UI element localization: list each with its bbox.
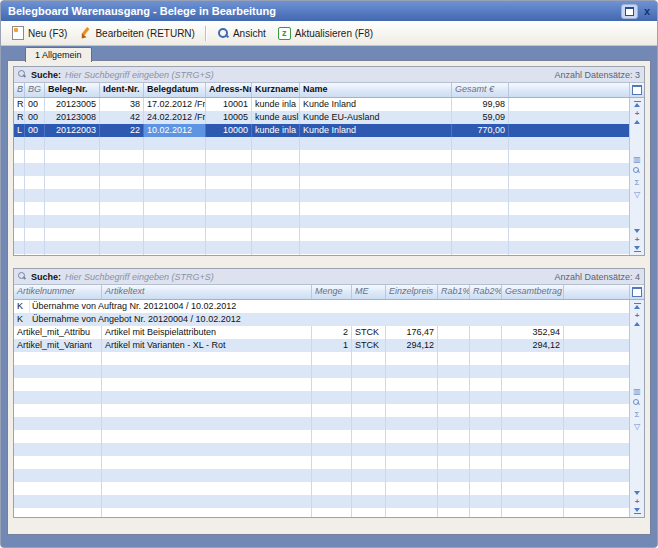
app-window: Belegboard Warenausgang - Belege in Bear… bbox=[0, 0, 658, 548]
cell: 38 bbox=[100, 98, 144, 111]
scroll-pan-icon[interactable]: + bbox=[635, 110, 640, 117]
cell: 00 bbox=[25, 98, 45, 111]
toolbar: Neu (F3) Bearbeiten (RETURN) Ansicht z A… bbox=[1, 21, 657, 46]
scroll-pan-icon[interactable]: + bbox=[635, 236, 640, 243]
empty-row bbox=[14, 508, 629, 517]
close-button[interactable]: x bbox=[644, 5, 650, 18]
table-row[interactable]: R 00 20123008 42 24.02.2012 /Fr 10005 ku… bbox=[14, 111, 629, 124]
cell: 1 bbox=[312, 339, 352, 352]
comment-text: Übernahme von Auftrag Nr. 20121004 / 10.… bbox=[30, 300, 629, 313]
cell: 17.02.2012 /Fr bbox=[144, 98, 206, 111]
empty-row bbox=[14, 215, 629, 228]
columns-icon[interactable]: ▥ bbox=[633, 155, 641, 164]
column-header[interactable]: Artikelnummer bbox=[14, 285, 102, 299]
column-chooser-button[interactable] bbox=[629, 83, 644, 97]
column-header[interactable]: Rab1% bbox=[438, 285, 470, 299]
new-button[interactable]: Neu (F3) bbox=[6, 24, 73, 42]
beleg-scroll-strip: + ▥ Σ ▽ + bbox=[629, 98, 644, 255]
column-header[interactable]: BG bbox=[25, 83, 45, 97]
positionen-search-bar: Suche: Anzahl Datensätze: 4 bbox=[14, 269, 644, 285]
search-icon[interactable] bbox=[633, 167, 641, 175]
sum-icon[interactable]: Σ bbox=[635, 178, 640, 187]
column-header[interactable]: Name bbox=[300, 83, 452, 97]
scroll-up-button[interactable] bbox=[634, 120, 640, 124]
scroll-pan-icon[interactable]: + bbox=[635, 498, 640, 505]
scroll-to-top-button[interactable] bbox=[634, 303, 641, 309]
column-header[interactable]: Beleg-Nr. bbox=[45, 83, 100, 97]
column-header[interactable]: B bbox=[14, 83, 25, 97]
positionen-grid: Suche: Anzahl Datensätze: 4 Artikelnumme… bbox=[13, 268, 645, 518]
search-label: Suche: bbox=[31, 70, 61, 80]
cell: 2 bbox=[312, 326, 352, 339]
edit-button[interactable]: Bearbeiten (RETURN) bbox=[73, 25, 200, 41]
cell bbox=[438, 339, 470, 352]
restore-icon bbox=[625, 7, 634, 16]
scroll-to-top-button[interactable] bbox=[634, 101, 641, 107]
beleg-grid: Suche: Anzahl Datensätze: 3 B BG Beleg-N… bbox=[13, 66, 645, 256]
column-header[interactable]: Adress-Nr. bbox=[206, 83, 252, 97]
table-row[interactable]: Artikel_mit_Attribu Artikel mit Beispiel… bbox=[14, 326, 629, 339]
row-filler bbox=[564, 326, 629, 339]
editing-date-cell[interactable]: 10.02.2012 bbox=[144, 124, 206, 137]
cell: Kunde Inland bbox=[300, 98, 452, 111]
row-filler bbox=[509, 111, 629, 124]
scroll-to-bottom-button[interactable] bbox=[634, 508, 641, 514]
scroll-down-button[interactable] bbox=[634, 229, 640, 233]
column-header[interactable]: ME bbox=[352, 285, 386, 299]
beleg-search-input[interactable] bbox=[65, 70, 550, 80]
column-chooser-button[interactable] bbox=[629, 285, 644, 299]
cell: 20123008 bbox=[45, 111, 100, 124]
position-type-cell: K bbox=[14, 313, 30, 326]
column-header[interactable]: Ident-Nr. bbox=[100, 83, 144, 97]
restore-button[interactable] bbox=[621, 4, 638, 19]
comment-row[interactable]: K Übernahme von Angebot Nr. 20120004 / 1… bbox=[14, 313, 629, 326]
refresh-button[interactable]: z Aktualisieren (F8) bbox=[272, 25, 379, 42]
table-row[interactable]: Artikel_mit_Variant Artikel mit Variante… bbox=[14, 339, 629, 352]
positionen-grid-body: K Übernahme von Auftrag Nr. 20121004 / 1… bbox=[14, 300, 644, 517]
new-document-icon bbox=[12, 26, 24, 40]
column-header[interactable]: Gesamtbetrag bbox=[502, 285, 564, 299]
scroll-down-button[interactable] bbox=[634, 491, 640, 495]
table-row[interactable]: R 00 20123005 38 17.02.2012 /Fr 10001 ku… bbox=[14, 98, 629, 111]
row-filler bbox=[509, 98, 629, 111]
cell: Artikel_mit_Variant bbox=[14, 339, 102, 352]
column-header[interactable]: Belegdatum bbox=[144, 83, 206, 97]
filter-icon[interactable]: ▽ bbox=[634, 190, 640, 199]
empty-row bbox=[14, 443, 629, 456]
column-header[interactable]: Einzelpreis bbox=[386, 285, 438, 299]
empty-row bbox=[14, 391, 629, 404]
window-title: Belegboard Warenausgang - Belege in Bear… bbox=[8, 5, 276, 17]
filter-icon[interactable]: ▽ bbox=[634, 422, 640, 431]
column-chooser-icon bbox=[632, 287, 642, 297]
positionen-search-input[interactable] bbox=[65, 272, 550, 282]
column-header[interactable]: Gesamt € bbox=[452, 83, 509, 97]
scroll-pan-icon[interactable]: + bbox=[635, 312, 640, 319]
positionen-scroll-strip: + ▥ Σ ▽ + bbox=[629, 300, 644, 517]
scroll-up-button[interactable] bbox=[634, 322, 640, 326]
cell bbox=[470, 326, 502, 339]
beleg-search-bar: Suche: Anzahl Datensätze: 3 bbox=[14, 67, 644, 83]
cell: Artikel mit Beispielattributen bbox=[102, 326, 312, 339]
search-icon[interactable] bbox=[633, 399, 641, 407]
scroll-to-bottom-button[interactable] bbox=[634, 246, 641, 252]
cell: 10001 bbox=[206, 98, 252, 111]
column-header[interactable]: Rab2% bbox=[470, 285, 502, 299]
table-row-selected[interactable]: L 00 20122003 22 10.02.2012 10000 kunde … bbox=[14, 124, 629, 137]
columns-icon[interactable]: ▥ bbox=[633, 387, 641, 396]
cell: 42 bbox=[100, 111, 144, 124]
sum-icon[interactable]: Σ bbox=[635, 410, 640, 419]
cell: kunde ausl bbox=[252, 111, 300, 124]
column-header[interactable]: Artikeltext bbox=[102, 285, 312, 299]
empty-row bbox=[14, 228, 629, 241]
row-filler bbox=[509, 124, 629, 137]
tab-allgemein[interactable]: 1 Allgemein bbox=[25, 47, 92, 62]
beleg-grid-body: R 00 20123005 38 17.02.2012 /Fr 10001 ku… bbox=[14, 98, 644, 255]
column-header[interactable]: Menge bbox=[312, 285, 352, 299]
cell bbox=[438, 326, 470, 339]
comment-row[interactable]: K Übernahme von Auftrag Nr. 20121004 / 1… bbox=[14, 300, 629, 313]
cell: 22 bbox=[100, 124, 144, 137]
column-header[interactable]: Kurzname bbox=[252, 83, 300, 97]
view-button[interactable]: Ansicht bbox=[211, 25, 272, 41]
search-label: Suche: bbox=[31, 272, 61, 282]
cell: R bbox=[14, 111, 25, 124]
